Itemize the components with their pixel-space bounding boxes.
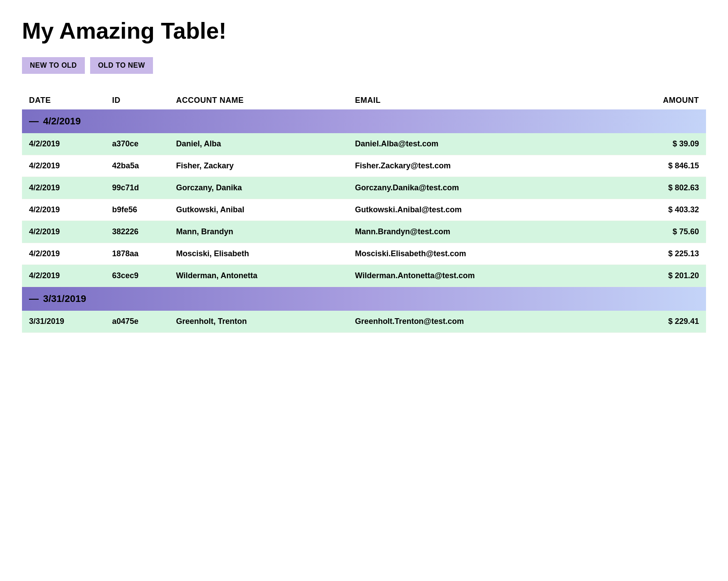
col-header-id: ID <box>105 91 169 109</box>
table-body: —4/2/20194/2/2019a370ceDaniel, AlbaDanie… <box>22 109 706 333</box>
cell-name: Daniel, Alba <box>169 133 348 155</box>
cell-email: Gorczany.Danika@test.com <box>348 177 617 199</box>
cell-id: b9fe56 <box>105 199 169 221</box>
table-row: 4/2/2019382226Mann, BrandynMann.Brandyn@… <box>22 221 706 243</box>
col-header-name: ACCOUNT NAME <box>169 91 348 109</box>
cell-name: Mann, Brandyn <box>169 221 348 243</box>
old-to-new-button[interactable]: OLD TO NEW <box>90 57 153 74</box>
cell-email: Gutkowski.Anibal@test.com <box>348 199 617 221</box>
cell-id: 42ba5a <box>105 155 169 177</box>
cell-date: 4/2/2019 <box>22 133 105 155</box>
cell-email: Mann.Brandyn@test.com <box>348 221 617 243</box>
cell-email: Fisher.Zackary@test.com <box>348 155 617 177</box>
table-row: 3/31/2019a0475eGreenholt, TrentonGreenho… <box>22 311 706 333</box>
cell-amount: $ 802.63 <box>616 177 706 199</box>
cell-date: 4/2/2019 <box>22 199 105 221</box>
new-to-old-button[interactable]: NEW TO OLD <box>22 57 85 74</box>
cell-amount: $ 39.09 <box>616 133 706 155</box>
cell-date: 4/2/2019 <box>22 243 105 265</box>
cell-name: Fisher, Zackary <box>169 155 348 177</box>
cell-email: Wilderman.Antonetta@test.com <box>348 265 617 287</box>
cell-amount: $ 229.41 <box>616 311 706 333</box>
group-header-row: —4/2/2019 <box>22 109 706 133</box>
table-row: 4/2/201999c71dGorczany, DanikaGorczany.D… <box>22 177 706 199</box>
table-row: 4/2/20191878aaMosciski, ElisabethMoscisk… <box>22 243 706 265</box>
cell-amount: $ 846.15 <box>616 155 706 177</box>
cell-id: 63cec9 <box>105 265 169 287</box>
group-collapse-icon[interactable]: — <box>29 293 38 305</box>
cell-id: a370ce <box>105 133 169 155</box>
group-header-cell: —3/31/2019 <box>22 287 706 311</box>
cell-date: 3/31/2019 <box>22 311 105 333</box>
cell-date: 4/2/2019 <box>22 155 105 177</box>
page-title: My Amazing Table! <box>22 18 706 44</box>
cell-amount: $ 403.32 <box>616 199 706 221</box>
cell-name: Greenholt, Trenton <box>169 311 348 333</box>
col-header-date: DATE <box>22 91 105 109</box>
sort-buttons-container: NEW TO OLD OLD TO NEW <box>22 57 706 74</box>
main-table: DATE ID ACCOUNT NAME EMAIL AMOUNT —4/2/2… <box>22 91 706 333</box>
group-date-label: 4/2/2019 <box>43 116 81 127</box>
cell-date: 4/2/2019 <box>22 221 105 243</box>
group-header-row: —3/31/2019 <box>22 287 706 311</box>
cell-id: a0475e <box>105 311 169 333</box>
cell-date: 4/2/2019 <box>22 265 105 287</box>
cell-name: Mosciski, Elisabeth <box>169 243 348 265</box>
cell-email: Greenholt.Trenton@test.com <box>348 311 617 333</box>
col-header-amount: AMOUNT <box>616 91 706 109</box>
cell-amount: $ 225.13 <box>616 243 706 265</box>
cell-name: Gorczany, Danika <box>169 177 348 199</box>
table-row: 4/2/2019b9fe56Gutkowski, AnibalGutkowski… <box>22 199 706 221</box>
cell-name: Wilderman, Antonetta <box>169 265 348 287</box>
cell-id: 382226 <box>105 221 169 243</box>
cell-amount: $ 75.60 <box>616 221 706 243</box>
table-row: 4/2/201963cec9Wilderman, AntonettaWilder… <box>22 265 706 287</box>
cell-id: 99c71d <box>105 177 169 199</box>
group-header-cell: —4/2/2019 <box>22 109 706 133</box>
cell-email: Mosciski.Elisabeth@test.com <box>348 243 617 265</box>
col-header-email: EMAIL <box>348 91 617 109</box>
cell-date: 4/2/2019 <box>22 177 105 199</box>
cell-name: Gutkowski, Anibal <box>169 199 348 221</box>
table-header: DATE ID ACCOUNT NAME EMAIL AMOUNT <box>22 91 706 109</box>
cell-email: Daniel.Alba@test.com <box>348 133 617 155</box>
cell-id: 1878aa <box>105 243 169 265</box>
table-row: 4/2/2019a370ceDaniel, AlbaDaniel.Alba@te… <box>22 133 706 155</box>
table-row: 4/2/201942ba5aFisher, ZackaryFisher.Zack… <box>22 155 706 177</box>
cell-amount: $ 201.20 <box>616 265 706 287</box>
group-collapse-icon[interactable]: — <box>29 116 38 127</box>
group-date-label: 3/31/2019 <box>43 293 86 304</box>
